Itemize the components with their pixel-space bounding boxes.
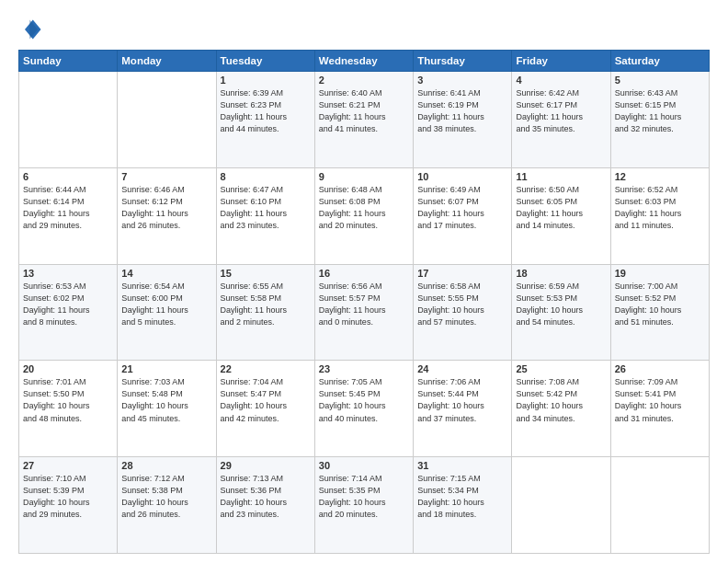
day-info: Sunrise: 6:48 AM Sunset: 6:08 PM Dayligh… [319,184,409,232]
calendar-cell: 14Sunrise: 6:54 AM Sunset: 6:00 PM Dayli… [118,264,216,361]
day-info: Sunrise: 7:06 AM Sunset: 5:44 PM Dayligh… [417,376,507,424]
day-number: 9 [319,171,409,182]
day-info: Sunrise: 6:41 AM Sunset: 6:19 PM Dayligh… [417,87,507,135]
day-number: 28 [121,460,211,471]
calendar-cell: 8Sunrise: 6:47 AM Sunset: 6:10 PM Daylig… [216,167,314,264]
logo [18,17,48,42]
day-info: Sunrise: 7:13 AM Sunset: 5:36 PM Dayligh… [221,473,311,521]
day-info: Sunrise: 7:05 AM Sunset: 5:45 PM Dayligh… [319,376,409,424]
day-number: 29 [221,460,311,471]
calendar-cell: 4Sunrise: 6:42 AM Sunset: 6:17 PM Daylig… [512,72,610,168]
day-number: 27 [23,460,113,471]
calendar-cell: 28Sunrise: 7:12 AM Sunset: 5:38 PM Dayli… [118,457,216,554]
day-info: Sunrise: 6:39 AM Sunset: 6:23 PM Dayligh… [221,87,311,135]
day-info: Sunrise: 7:12 AM Sunset: 5:38 PM Dayligh… [121,473,211,521]
day-info: Sunrise: 7:00 AM Sunset: 5:52 PM Dayligh… [615,281,705,328]
calendar-cell: 2Sunrise: 6:40 AM Sunset: 6:21 PM Daylig… [314,72,413,168]
calendar-cell: 21Sunrise: 7:03 AM Sunset: 5:48 PM Dayli… [118,361,216,457]
day-info: Sunrise: 6:47 AM Sunset: 6:10 PM Dayligh… [221,184,311,232]
calendar-row-3: 20Sunrise: 7:01 AM Sunset: 5:50 PM Dayli… [19,361,710,457]
day-number: 19 [615,268,705,279]
weekday-header-sunday: Sunday [19,51,118,72]
day-number: 23 [319,363,409,374]
day-info: Sunrise: 6:44 AM Sunset: 6:14 PM Dayligh… [23,184,113,232]
calendar-cell: 20Sunrise: 7:01 AM Sunset: 5:50 PM Dayli… [19,361,118,457]
day-number: 6 [23,171,113,182]
day-number: 12 [615,171,705,182]
day-info: Sunrise: 6:59 AM Sunset: 5:53 PM Dayligh… [516,281,606,328]
day-info: Sunrise: 6:49 AM Sunset: 6:07 PM Dayligh… [417,184,507,232]
calendar-row-4: 27Sunrise: 7:10 AM Sunset: 5:39 PM Dayli… [19,457,710,554]
day-number: 7 [121,171,211,182]
day-number: 3 [417,75,507,86]
header [18,17,710,42]
weekday-header-thursday: Thursday [414,51,512,72]
day-number: 18 [516,268,606,279]
weekday-header-tuesday: Tuesday [216,51,314,72]
weekday-header-monday: Monday [118,51,216,72]
day-number: 31 [417,460,507,471]
day-number: 14 [121,268,211,279]
day-info: Sunrise: 6:54 AM Sunset: 6:00 PM Dayligh… [121,281,211,328]
weekday-header-saturday: Saturday [610,51,709,72]
day-number: 8 [221,171,311,182]
day-number: 4 [516,75,606,86]
day-number: 16 [319,268,409,279]
calendar-cell [19,72,118,168]
calendar-cell: 15Sunrise: 6:55 AM Sunset: 5:58 PM Dayli… [216,264,314,361]
calendar-cell: 30Sunrise: 7:14 AM Sunset: 5:35 PM Dayli… [314,457,413,554]
day-number: 5 [615,75,705,86]
calendar-row-0: 1Sunrise: 6:39 AM Sunset: 6:23 PM Daylig… [19,72,710,168]
calendar-cell: 3Sunrise: 6:41 AM Sunset: 6:19 PM Daylig… [414,72,512,168]
day-info: Sunrise: 6:58 AM Sunset: 5:55 PM Dayligh… [417,281,507,328]
calendar-cell: 10Sunrise: 6:49 AM Sunset: 6:07 PM Dayli… [414,167,512,264]
day-info: Sunrise: 7:08 AM Sunset: 5:42 PM Dayligh… [516,376,606,424]
calendar-cell: 26Sunrise: 7:09 AM Sunset: 5:41 PM Dayli… [610,361,709,457]
calendar-row-1: 6Sunrise: 6:44 AM Sunset: 6:14 PM Daylig… [19,167,710,264]
calendar-cell: 23Sunrise: 7:05 AM Sunset: 5:45 PM Dayli… [314,361,413,457]
day-number: 17 [417,268,507,279]
day-number: 13 [23,268,113,279]
day-info: Sunrise: 7:10 AM Sunset: 5:39 PM Dayligh… [23,473,113,521]
calendar-cell [512,457,610,554]
calendar-cell: 25Sunrise: 7:08 AM Sunset: 5:42 PM Dayli… [512,361,610,457]
day-number: 25 [516,363,606,374]
day-info: Sunrise: 6:42 AM Sunset: 6:17 PM Dayligh… [516,87,606,135]
calendar-cell: 12Sunrise: 6:52 AM Sunset: 6:03 PM Dayli… [610,167,709,264]
day-info: Sunrise: 6:50 AM Sunset: 6:05 PM Dayligh… [516,184,606,232]
day-number: 30 [319,460,409,471]
calendar-cell: 5Sunrise: 6:43 AM Sunset: 6:15 PM Daylig… [610,72,709,168]
calendar-cell: 27Sunrise: 7:10 AM Sunset: 5:39 PM Dayli… [19,457,118,554]
day-info: Sunrise: 6:40 AM Sunset: 6:21 PM Dayligh… [319,87,409,135]
day-number: 21 [121,363,211,374]
calendar-cell: 29Sunrise: 7:13 AM Sunset: 5:36 PM Dayli… [216,457,314,554]
calendar-cell: 9Sunrise: 6:48 AM Sunset: 6:08 PM Daylig… [314,167,413,264]
calendar-cell [610,457,709,554]
weekday-header-row: SundayMondayTuesdayWednesdayThursdayFrid… [19,51,710,72]
day-info: Sunrise: 7:15 AM Sunset: 5:34 PM Dayligh… [417,473,507,521]
day-number: 2 [319,75,409,86]
day-info: Sunrise: 7:01 AM Sunset: 5:50 PM Dayligh… [23,376,113,424]
day-info: Sunrise: 6:52 AM Sunset: 6:03 PM Dayligh… [615,184,705,232]
calendar-cell: 31Sunrise: 7:15 AM Sunset: 5:34 PM Dayli… [414,457,512,554]
calendar-cell: 22Sunrise: 7:04 AM Sunset: 5:47 PM Dayli… [216,361,314,457]
calendar-cell: 6Sunrise: 6:44 AM Sunset: 6:14 PM Daylig… [19,167,118,264]
weekday-header-wednesday: Wednesday [314,51,413,72]
page: SundayMondayTuesdayWednesdayThursdayFrid… [0,0,728,563]
day-info: Sunrise: 6:55 AM Sunset: 5:58 PM Dayligh… [221,281,311,328]
calendar-cell: 1Sunrise: 6:39 AM Sunset: 6:23 PM Daylig… [216,72,314,168]
weekday-header-friday: Friday [512,51,610,72]
day-info: Sunrise: 6:46 AM Sunset: 6:12 PM Dayligh… [121,184,211,232]
day-number: 11 [516,171,606,182]
calendar-table: SundayMondayTuesdayWednesdayThursdayFrid… [18,50,710,554]
day-number: 15 [221,268,311,279]
day-info: Sunrise: 6:53 AM Sunset: 6:02 PM Dayligh… [23,281,113,328]
calendar-cell: 13Sunrise: 6:53 AM Sunset: 6:02 PM Dayli… [19,264,118,361]
day-info: Sunrise: 7:14 AM Sunset: 5:35 PM Dayligh… [319,473,409,521]
calendar-cell [118,72,216,168]
calendar-cell: 11Sunrise: 6:50 AM Sunset: 6:05 PM Dayli… [512,167,610,264]
day-info: Sunrise: 7:04 AM Sunset: 5:47 PM Dayligh… [221,376,311,424]
calendar-cell: 16Sunrise: 6:56 AM Sunset: 5:57 PM Dayli… [314,264,413,361]
day-number: 24 [417,363,507,374]
calendar-cell: 17Sunrise: 6:58 AM Sunset: 5:55 PM Dayli… [414,264,512,361]
